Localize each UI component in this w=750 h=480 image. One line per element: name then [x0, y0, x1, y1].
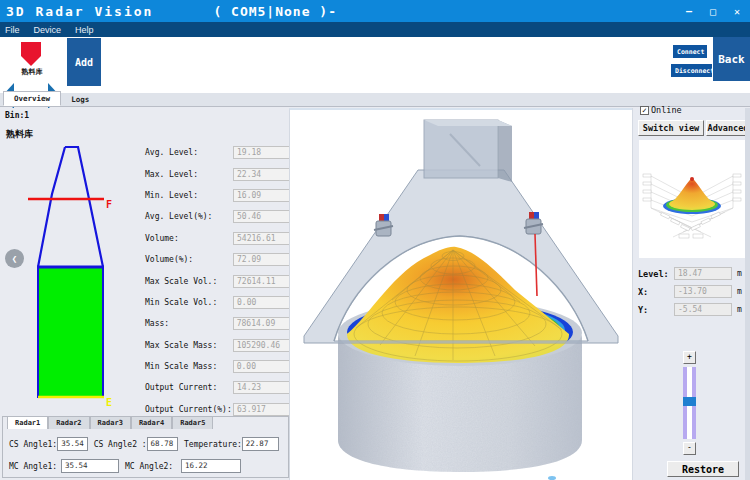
- online-checkbox[interactable]: ✓: [640, 106, 649, 115]
- add-bin-button[interactable]: Add: [67, 38, 101, 86]
- stat-label: Volume:: [145, 234, 233, 243]
- advanced-button[interactable]: Advanced: [706, 120, 750, 136]
- tab-radar3[interactable]: Radar3: [90, 416, 131, 429]
- zoom-in-button[interactable]: +: [683, 351, 696, 364]
- stat-row: Max Scale Vol.:72614.11m³: [145, 270, 313, 291]
- bin-flag-icon[interactable]: [21, 42, 41, 66]
- stat-value: 14.23: [233, 381, 295, 394]
- stat-label: Max. Level:: [145, 170, 233, 179]
- cs-angle1-field[interactable]: 35.54: [57, 437, 87, 451]
- menu-file[interactable]: File: [5, 25, 20, 35]
- stat-label: Avg. Level:: [145, 148, 233, 157]
- toolbar: 熟料库 Add Connect Disconnect Back: [0, 37, 750, 93]
- collapse-panel-button[interactable]: ❮: [5, 249, 24, 268]
- stat-row: Min Scale Mass:0.00ton: [145, 356, 313, 377]
- surface-thumbnail: [639, 140, 745, 258]
- y-unit: m: [737, 305, 742, 314]
- stat-value: 16.09: [233, 189, 295, 202]
- tab-logs[interactable]: Logs: [61, 93, 99, 106]
- stat-row: Volume(%):72.09%: [145, 249, 313, 270]
- y-label: Y:: [638, 305, 674, 315]
- main-tabstrip: Overview Logs: [0, 93, 750, 107]
- coord-x-row: X: -13.70 m: [638, 285, 742, 298]
- stat-row: Min. Level:16.09m: [145, 185, 313, 206]
- app-title: 3D Radar Vision: [6, 4, 153, 19]
- x-value: -13.70: [674, 285, 732, 298]
- maximize-icon[interactable]: □: [706, 6, 720, 17]
- tab-radar2[interactable]: Radar2: [48, 416, 89, 429]
- mc-angle2-label: MC Angle2:: [125, 462, 181, 471]
- bin-flag-label: 熟料库: [14, 67, 50, 77]
- zoom-out-button[interactable]: -: [683, 442, 696, 455]
- stat-value: 63.917: [233, 403, 295, 416]
- menu-help[interactable]: Help: [75, 25, 94, 35]
- radar-panel: Radar1 Radar2 Radar3 Radar4 Radar5 CS An…: [2, 416, 289, 478]
- empty-marker-label: E: [106, 397, 112, 408]
- full-marker-label: F: [106, 199, 112, 210]
- mc-angle2-field[interactable]: 16.22: [181, 459, 241, 473]
- minimize-icon[interactable]: –: [682, 6, 696, 17]
- stat-row: Max Scale Mass:105290.46ton: [145, 335, 313, 356]
- silo-fill-green: [39, 268, 103, 397]
- mc-angle1-field[interactable]: 35.54: [61, 459, 119, 473]
- stat-value: 22.34: [233, 168, 295, 181]
- stat-value: 0.00: [233, 296, 295, 309]
- title-bar[interactable]: 3D Radar Vision ( COM5|None )- – □ ✕: [0, 0, 750, 22]
- close-icon[interactable]: ✕: [730, 6, 744, 17]
- temperature-label: Temperature:: [184, 440, 242, 449]
- radar-fields: CS Angle1: 35.54 CS Angle2 : 68.78 Tempe…: [9, 433, 285, 477]
- stat-value: 72614.11: [233, 275, 295, 288]
- stat-label: Max Scale Mass:: [145, 341, 233, 350]
- radar-tabstrip: Radar1 Radar2 Radar3 Radar4 Radar5: [7, 416, 213, 429]
- stat-value: 0.00: [233, 360, 295, 373]
- bin-name-label: 熟料库: [6, 128, 33, 141]
- cs-angle2-field[interactable]: 68.78: [147, 437, 178, 451]
- silo-outline-left: [38, 147, 65, 267]
- restore-view-button[interactable]: Restore: [667, 461, 739, 477]
- stat-row: Volume:54216.61m³: [145, 228, 313, 249]
- level-value: 18.47: [674, 267, 732, 280]
- tab-radar5[interactable]: Radar5: [172, 416, 213, 429]
- silo-3d-viewport[interactable]: [289, 108, 632, 480]
- stat-value: 105290.46: [233, 339, 295, 352]
- chevron-left-icon: ❮: [12, 254, 17, 264]
- viewer-sidebar: ✓ Online Switch view Advanced: [632, 108, 750, 480]
- bin-id-label: Bin:1: [5, 111, 29, 120]
- stat-value: 19.18: [233, 146, 295, 159]
- stat-row: Output Current:14.23mA: [145, 377, 313, 398]
- level-label: Level:: [638, 269, 674, 279]
- x-unit: m: [737, 287, 742, 296]
- coord-y-row: Y: -5.54 m: [638, 303, 742, 316]
- stat-label: Output Current(%):: [145, 405, 233, 414]
- menu-device[interactable]: Device: [34, 25, 62, 35]
- cs-angle1-label: CS Angle1:: [9, 440, 57, 449]
- stat-label: Volume(%):: [145, 255, 233, 264]
- coord-level-row: Level: 18.47 m: [638, 267, 742, 280]
- stat-row: Avg. Level(%):50.46%: [145, 206, 313, 227]
- menu-bar: File Device Help: [0, 22, 750, 37]
- stat-value: 50.46: [233, 210, 295, 223]
- stat-label: Min Scale Mass:: [145, 362, 233, 371]
- stat-row: Min Scale Vol.:0.00m³: [145, 292, 313, 313]
- stat-value: 72.09: [233, 253, 295, 266]
- stat-label: Avg. Level(%):: [145, 212, 233, 221]
- stat-label: Max Scale Vol.:: [145, 277, 233, 286]
- tab-radar4[interactable]: Radar4: [131, 416, 172, 429]
- tab-radar1[interactable]: Radar1: [7, 416, 48, 429]
- zoom-slider-handle[interactable]: [683, 397, 696, 406]
- zoom-slider-track[interactable]: [683, 367, 696, 439]
- x-label: X:: [638, 287, 674, 297]
- back-button[interactable]: Back: [713, 37, 750, 81]
- y-value: -5.54: [674, 303, 732, 316]
- tab-overview[interactable]: Overview: [3, 91, 61, 106]
- mc-angle1-label: MC Angle1:: [9, 462, 61, 471]
- stat-value: 54216.61: [233, 232, 295, 245]
- silo-3d-render: [290, 110, 631, 478]
- connect-button[interactable]: Connect: [673, 45, 707, 58]
- scroll-indicator: [548, 476, 556, 480]
- switch-view-button[interactable]: Switch view: [638, 120, 704, 136]
- stats-panel: Avg. Level:19.18m Max. Level:22.34m Min.…: [145, 142, 313, 420]
- silo-level-diagram: F E: [10, 144, 122, 412]
- disconnect-button[interactable]: Disconnect: [671, 64, 712, 77]
- temperature-field[interactable]: 22.87: [242, 437, 279, 451]
